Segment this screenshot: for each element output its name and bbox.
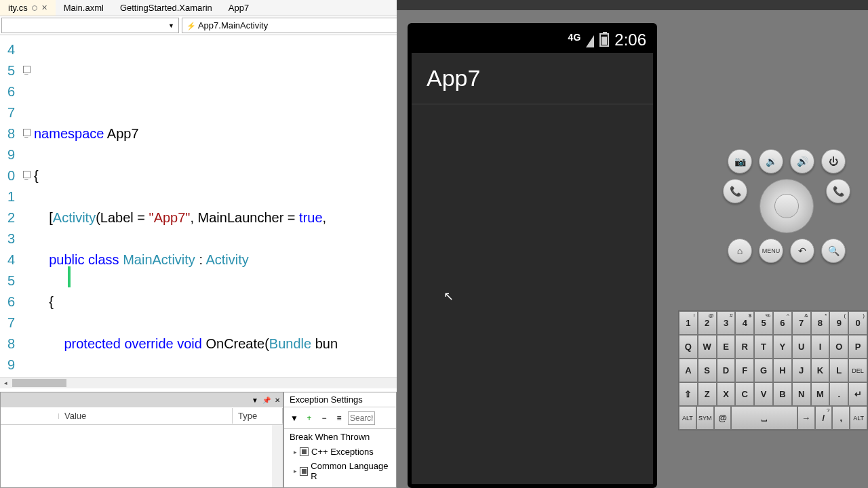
key-4[interactable]: $4 [735,311,754,335]
key-del[interactable]: DEL [848,359,867,382]
keyboard-row-2: Q W E R T Y U I O P [679,335,867,359]
key-8[interactable]: *8 [811,311,830,335]
list-icon[interactable]: ≡ [333,412,345,424]
power-button[interactable]: ⏻ [821,149,846,174]
dpad[interactable] [760,179,814,233]
key-enter[interactable]: ↵ [848,382,867,406]
key-j[interactable]: J [792,359,811,382]
end-call-button[interactable]: 📞 [826,179,850,203]
key-r[interactable]: R [735,335,754,359]
code-content[interactable]: namespace App7 { [Activity(Label = "App7… [34,35,397,377]
col-value[interactable]: Value [59,408,233,424]
key-sym[interactable]: SYM [696,406,714,430]
key-f[interactable]: F [735,359,754,382]
key-a[interactable]: A [679,359,698,382]
key-w[interactable]: W [698,335,717,359]
search-button[interactable]: 🔍 [821,239,846,263]
checkbox[interactable] [300,467,308,476]
exception-category-cpp[interactable]: ▸ C++ Exceptions [284,445,396,459]
key-c[interactable]: C [735,382,754,406]
key-z[interactable]: Z [698,382,717,406]
change-marker [68,266,71,287]
break-when-thrown-label: Break When Thrown [284,429,396,445]
key-2[interactable]: @2 [698,311,717,335]
volume-down-button[interactable]: 🔉 [759,149,783,174]
key-h[interactable]: H [773,359,792,382]
key-q[interactable]: Q [679,335,698,359]
key-l[interactable]: L [829,359,848,382]
close-icon[interactable]: ✕ [41,3,47,12]
expand-icon[interactable]: ▸ [294,449,297,455]
key-0[interactable]: )0 [848,311,867,335]
code-editor[interactable]: 4567 8901 2345 6789 namespace App7 { [Ac… [0,35,397,377]
scroll-left-icon[interactable]: ◂ [0,378,11,388]
scroll-thumb[interactable] [12,379,66,387]
key-n[interactable]: N [792,382,811,406]
add-icon[interactable]: + [303,412,315,424]
key-o[interactable]: O [829,335,848,359]
horizontal-scrollbar[interactable]: ◂ [0,377,397,388]
col-name[interactable] [1,413,59,419]
pin-icon[interactable]: 📌 [262,396,271,404]
key-v[interactable]: V [754,382,773,406]
key-b[interactable]: B [773,382,792,406]
key-m[interactable]: M [811,382,830,406]
key-s[interactable]: S [698,359,717,382]
dropdown-icon[interactable]: ▼ [252,396,258,404]
namespace-dropdown[interactable]: ▼ [1,18,179,33]
expand-icon[interactable]: ▸ [294,468,297,474]
menu-button[interactable]: MENU [759,239,783,263]
key-k[interactable]: K [811,359,830,382]
key-7[interactable]: &7 [792,311,811,335]
emulator-titlebar [397,0,868,10]
key-d[interactable]: D [717,359,736,382]
filter-icon[interactable]: ▼ [288,412,300,424]
key-alt-right[interactable]: ALT [850,406,867,430]
key-t[interactable]: T [754,335,773,359]
checkbox[interactable] [300,447,309,456]
camera-button[interactable]: 📷 [728,149,752,174]
phone-screen[interactable]: 4G 2:06 App7 ↖ [412,27,653,484]
key-u[interactable]: U [792,335,811,359]
tab-app7[interactable]: App7 [220,0,257,16]
fold-icon[interactable] [23,129,31,136]
col-type[interactable]: Type [233,408,283,424]
home-button[interactable]: ⌂ [728,239,752,263]
key-x[interactable]: X [717,382,736,406]
key-5[interactable]: %5 [754,311,773,335]
key-at[interactable]: @ [714,406,732,430]
pin-icon[interactable] [32,5,37,11]
vertical-scrollbar[interactable] [272,425,283,487]
key-6[interactable]: ^6 [773,311,792,335]
key-p[interactable]: P [848,335,867,359]
tab-getting-started[interactable]: GettingStarted.Xamarin [112,0,220,16]
close-icon[interactable]: ✕ [275,396,280,404]
exception-category-clr[interactable]: ▸ Common Language R [284,459,396,483]
fold-icon[interactable] [23,66,31,73]
exception-toolbar: ▼ + − ≡ [284,407,396,429]
line-numbers: 4567 8901 2345 6789 [0,35,19,377]
fold-icon[interactable] [23,171,31,178]
key-e[interactable]: E [717,335,736,359]
call-button[interactable]: 📞 [723,179,747,203]
tab-main-axml[interactable]: Main.axml [56,0,112,16]
key-shift[interactable]: ⇧ [679,382,698,406]
dpad-center[interactable] [774,194,799,218]
key-1[interactable]: !1 [679,311,698,335]
key-3[interactable]: #3 [717,311,736,335]
key-i[interactable]: I [811,335,830,359]
key-comma[interactable]: , [832,406,850,430]
key-period[interactable]: . [829,382,848,406]
key-g[interactable]: G [754,359,773,382]
tab-activity-cs[interactable]: ity.cs ✕ [0,0,56,16]
volume-up-button[interactable]: 🔊 [790,149,814,174]
search-input[interactable] [348,411,375,425]
key-arrow[interactable]: → [797,406,815,430]
key-alt-left[interactable]: ALT [679,406,696,430]
key-space[interactable]: ⎵ [731,406,797,430]
key-slash[interactable]: ?/ [815,406,833,430]
back-button[interactable]: ↶ [790,239,814,263]
key-9[interactable]: (9 [829,311,848,335]
remove-icon[interactable]: − [318,412,330,424]
key-y[interactable]: Y [773,335,792,359]
